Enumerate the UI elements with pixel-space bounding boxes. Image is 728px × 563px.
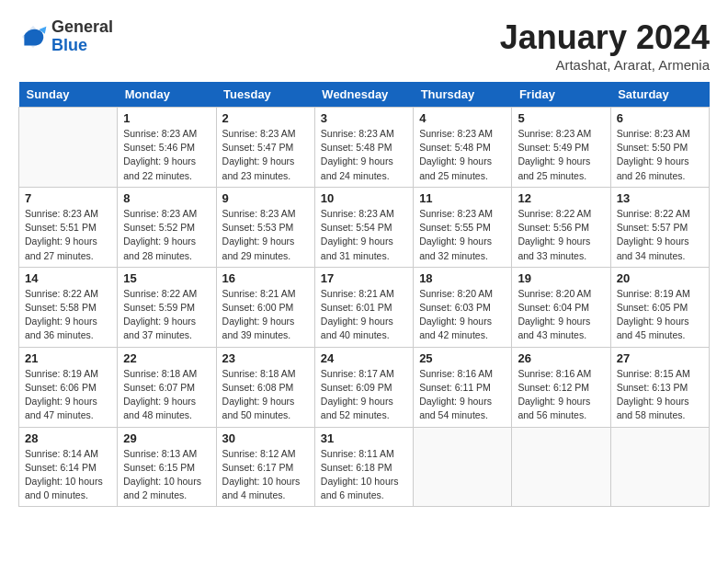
daylight-text: Daylight: 9 hours and 22 minutes. [123, 155, 196, 180]
calendar-cell [19, 108, 118, 188]
day-info: Sunrise: 8:11 AMSunset: 6:18 PMDaylight:… [321, 447, 407, 503]
calendar-cell: 10Sunrise: 8:23 AMSunset: 5:54 PMDayligh… [314, 187, 413, 267]
day-number: 25 [419, 351, 506, 365]
sunset-text: Sunset: 5:58 PM [25, 302, 97, 313]
daylight-text: Daylight: 9 hours and 24 minutes. [321, 155, 393, 180]
day-info: Sunrise: 8:20 AMSunset: 6:03 PMDaylight:… [419, 287, 506, 343]
day-number: 19 [518, 271, 604, 285]
sunrise-text: Sunrise: 8:22 AM [25, 288, 98, 299]
logo-text: General Blue [51, 18, 113, 55]
day-number: 6 [617, 111, 703, 125]
day-number: 13 [617, 191, 703, 205]
sunrise-text: Sunrise: 8:19 AM [617, 288, 690, 299]
day-info: Sunrise: 8:18 AMSunset: 6:08 PMDaylight:… [222, 367, 309, 423]
daylight-text: Daylight: 9 hours and 50 minutes. [222, 396, 295, 420]
calendar-cell: 28Sunrise: 8:14 AMSunset: 6:14 PMDayligh… [19, 427, 118, 507]
sunset-text: Sunset: 5:54 PM [321, 222, 392, 233]
calendar-cell: 15Sunrise: 8:22 AMSunset: 5:59 PMDayligh… [118, 267, 216, 347]
sunset-text: Sunset: 5:51 PM [25, 222, 97, 233]
sunrise-text: Sunrise: 8:22 AM [123, 288, 197, 299]
sunrise-text: Sunrise: 8:14 AM [25, 448, 98, 459]
calendar-cell: 27Sunrise: 8:15 AMSunset: 6:13 PMDayligh… [610, 347, 709, 427]
day-info: Sunrise: 8:23 AMSunset: 5:50 PMDaylight:… [617, 127, 703, 183]
calendar-week-row: 21Sunrise: 8:19 AMSunset: 6:06 PMDayligh… [19, 347, 710, 427]
sunrise-text: Sunrise: 8:12 AM [222, 448, 296, 459]
day-number: 30 [222, 431, 309, 445]
daylight-text: Daylight: 9 hours and 32 minutes. [419, 236, 492, 260]
sunset-text: Sunset: 5:49 PM [518, 142, 589, 153]
daylight-text: Daylight: 10 hours and 4 minutes. [222, 476, 301, 500]
weekday-header-monday: Monday [118, 82, 216, 108]
calendar-cell: 24Sunrise: 8:17 AMSunset: 6:09 PMDayligh… [314, 347, 413, 427]
weekday-header-row: SundayMondayTuesdayWednesdayThursdayFrid… [19, 82, 710, 108]
daylight-text: Daylight: 9 hours and 25 minutes. [518, 155, 590, 180]
sunrise-text: Sunrise: 8:23 AM [419, 208, 493, 219]
sunrise-text: Sunrise: 8:21 AM [222, 288, 296, 299]
calendar-cell: 19Sunrise: 8:20 AMSunset: 6:04 PMDayligh… [512, 267, 610, 347]
day-info: Sunrise: 8:23 AMSunset: 5:49 PMDaylight:… [518, 127, 604, 183]
sunset-text: Sunset: 6:04 PM [518, 302, 589, 313]
sunrise-text: Sunrise: 8:21 AM [321, 288, 394, 299]
sunset-text: Sunset: 6:03 PM [419, 302, 491, 313]
daylight-text: Daylight: 9 hours and 42 minutes. [419, 316, 492, 340]
day-number: 21 [25, 351, 111, 365]
daylight-text: Daylight: 9 hours and 39 minutes. [222, 316, 295, 340]
day-info: Sunrise: 8:22 AMSunset: 5:59 PMDaylight:… [123, 287, 210, 343]
logo-blue: Blue [51, 37, 113, 55]
page-header: General Blue January 2024 Artashat, Arar… [18, 18, 710, 73]
daylight-text: Daylight: 9 hours and 28 minutes. [123, 236, 196, 260]
daylight-text: Daylight: 9 hours and 27 minutes. [25, 236, 97, 260]
daylight-text: Daylight: 9 hours and 58 minutes. [617, 396, 689, 420]
day-number: 14 [25, 271, 111, 285]
month-title: January 2024 [500, 18, 710, 57]
sunset-text: Sunset: 6:12 PM [518, 382, 589, 393]
daylight-text: Daylight: 9 hours and 54 minutes. [419, 396, 492, 420]
sunrise-text: Sunrise: 8:20 AM [518, 288, 591, 299]
calendar-cell [610, 427, 709, 507]
daylight-text: Daylight: 9 hours and 56 minutes. [518, 396, 590, 420]
calendar-table: SundayMondayTuesdayWednesdayThursdayFrid… [18, 82, 710, 507]
sunrise-text: Sunrise: 8:13 AM [123, 448, 197, 459]
daylight-text: Daylight: 9 hours and 34 minutes. [617, 236, 689, 260]
calendar-cell [414, 427, 512, 507]
weekday-header-sunday: Sunday [19, 82, 118, 108]
day-info: Sunrise: 8:23 AMSunset: 5:51 PMDaylight:… [25, 207, 111, 263]
day-number: 12 [518, 191, 604, 205]
calendar-cell: 29Sunrise: 8:13 AMSunset: 6:15 PMDayligh… [118, 427, 216, 507]
weekday-header-saturday: Saturday [610, 82, 709, 108]
sunrise-text: Sunrise: 8:23 AM [222, 128, 296, 139]
sunset-text: Sunset: 5:53 PM [222, 222, 294, 233]
sunrise-text: Sunrise: 8:18 AM [123, 368, 197, 379]
sunset-text: Sunset: 6:09 PM [321, 382, 392, 393]
calendar-week-row: 7Sunrise: 8:23 AMSunset: 5:51 PMDaylight… [19, 187, 710, 267]
day-number: 10 [321, 191, 407, 205]
day-number: 17 [321, 271, 407, 285]
sunset-text: Sunset: 6:08 PM [222, 382, 294, 393]
sunrise-text: Sunrise: 8:23 AM [222, 208, 296, 219]
sunset-text: Sunset: 6:11 PM [419, 382, 491, 393]
sunrise-text: Sunrise: 8:23 AM [123, 208, 197, 219]
sunrise-text: Sunrise: 8:23 AM [321, 128, 394, 139]
sunrise-text: Sunrise: 8:16 AM [419, 368, 493, 379]
daylight-text: Daylight: 9 hours and 33 minutes. [518, 236, 590, 260]
sunset-text: Sunset: 5:55 PM [419, 222, 491, 233]
calendar-cell: 6Sunrise: 8:23 AMSunset: 5:50 PMDaylight… [610, 108, 709, 188]
sunrise-text: Sunrise: 8:23 AM [25, 208, 98, 219]
calendar-cell: 22Sunrise: 8:18 AMSunset: 6:07 PMDayligh… [118, 347, 216, 427]
day-number: 29 [123, 431, 210, 445]
sunset-text: Sunset: 6:13 PM [617, 382, 688, 393]
logo-icon [18, 22, 48, 52]
calendar-cell: 2Sunrise: 8:23 AMSunset: 5:47 PMDaylight… [216, 108, 314, 188]
sunset-text: Sunset: 6:01 PM [321, 302, 392, 313]
daylight-text: Daylight: 9 hours and 31 minutes. [321, 236, 393, 260]
day-number: 26 [518, 351, 604, 365]
sunset-text: Sunset: 6:18 PM [321, 462, 392, 473]
day-info: Sunrise: 8:23 AMSunset: 5:46 PMDaylight:… [123, 127, 210, 183]
day-number: 7 [25, 191, 111, 205]
daylight-text: Daylight: 10 hours and 0 minutes. [25, 476, 103, 500]
sunset-text: Sunset: 6:07 PM [123, 382, 195, 393]
sunrise-text: Sunrise: 8:23 AM [321, 208, 394, 219]
daylight-text: Daylight: 9 hours and 29 minutes. [222, 236, 295, 260]
daylight-text: Daylight: 9 hours and 45 minutes. [617, 316, 689, 340]
calendar-cell: 30Sunrise: 8:12 AMSunset: 6:17 PMDayligh… [216, 427, 314, 507]
